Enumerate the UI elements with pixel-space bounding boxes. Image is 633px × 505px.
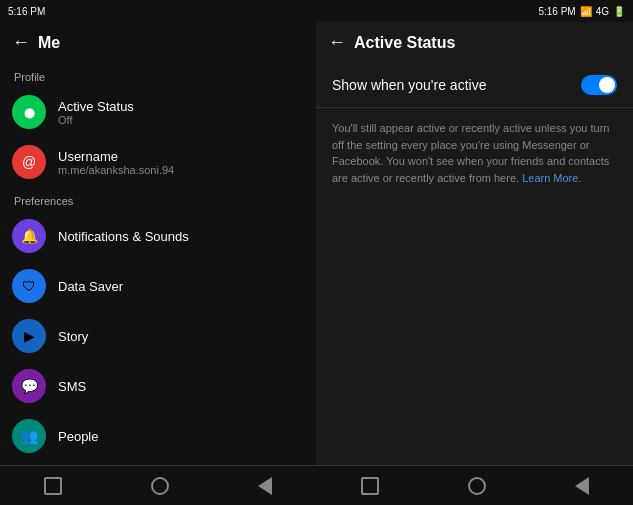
people-text: People [58,429,304,444]
left-back-button[interactable]: ← [12,32,30,53]
right-back-button[interactable]: ← [328,32,346,53]
right-panel: ← Active Status Show when you're active … [316,22,633,465]
data-saver-icon: 🛡 [12,269,46,303]
nav-left-triangle[interactable] [258,477,272,495]
left-panel-title: Me [38,34,60,52]
notifications-text: Notifications & Sounds [58,229,304,244]
nav-right-triangle[interactable] [575,477,589,495]
story-text: Story [58,329,304,344]
menu-item-people[interactable]: 👥 People [0,411,316,461]
active-status-info: You'll still appear active or recently a… [316,108,633,198]
active-status-toggle-label: Show when you're active [332,77,486,93]
time-left: 5:16 PM [8,6,45,17]
menu-item-notifications[interactable]: 🔔 Notifications & Sounds [0,211,316,261]
learn-more-link[interactable]: Learn More. [522,172,581,184]
sms-icon: 💬 [12,369,46,403]
menu-item-story[interactable]: ▶ Story [0,311,316,361]
right-panel-title: Active Status [354,34,455,52]
battery-icon: 🔋 [613,6,625,17]
menu-item-sms[interactable]: 💬 SMS [0,361,316,411]
preferences-section-label: Preferences [0,187,316,211]
menu-item-data-saver[interactable]: 🛡 Data Saver [0,261,316,311]
notifications-icon: 🔔 [12,219,46,253]
menu-item-active-status[interactable]: ⬤ Active Status Off [0,87,316,137]
right-panel-header: ← Active Status [316,22,633,63]
bottom-nav [0,465,633,505]
people-icon: 👥 [12,419,46,453]
data-saver-text: Data Saver [58,279,304,294]
signal-label: 4G [596,6,609,17]
username-subtitle: m.me/akanksha.soni.94 [58,164,304,176]
signal-icon: 📶 [580,6,592,17]
nav-left-square[interactable] [44,477,62,495]
data-saver-title: Data Saver [58,279,304,294]
notifications-title: Notifications & Sounds [58,229,304,244]
sms-text: SMS [58,379,304,394]
username-icon: @ [12,145,46,179]
profile-section-label: Profile [0,63,316,87]
active-status-title: Active Status [58,99,304,114]
nav-right-circle[interactable] [468,477,486,495]
main-container: ← Me Profile ⬤ Active Status Off @ Usern… [0,22,633,465]
time-right: 5:16 PM [538,6,575,17]
left-panel: ← Me Profile ⬤ Active Status Off @ Usern… [0,22,316,465]
active-status-toggle[interactable] [581,75,617,95]
story-icon: ▶ [12,319,46,353]
left-panel-header: ← Me [0,22,316,63]
sms-title: SMS [58,379,304,394]
status-bar: 5:16 PM 5:16 PM 📶 4G 🔋 [0,0,633,22]
nav-left-circle[interactable] [151,477,169,495]
active-status-subtitle: Off [58,114,304,126]
menu-item-username[interactable]: @ Username m.me/akanksha.soni.94 [0,137,316,187]
active-status-icon: ⬤ [12,95,46,129]
username-text: Username m.me/akanksha.soni.94 [58,149,304,176]
nav-right-square[interactable] [361,477,379,495]
active-status-toggle-knob [599,77,615,93]
active-status-toggle-row: Show when you're active [316,63,633,108]
username-title: Username [58,149,304,164]
people-title: People [58,429,304,444]
status-bar-left: 5:16 PM [8,6,45,17]
story-title: Story [58,329,304,344]
active-status-text: Active Status Off [58,99,304,126]
status-bar-right: 5:16 PM 📶 4G 🔋 [538,6,625,17]
